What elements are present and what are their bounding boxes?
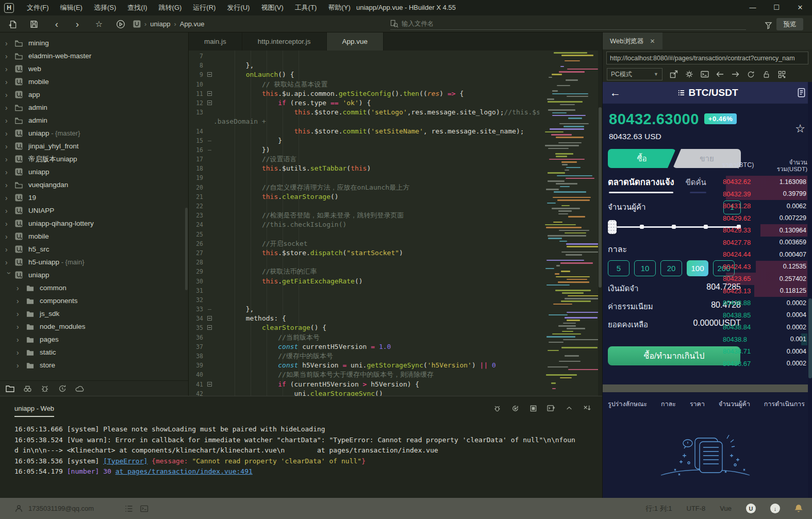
orderbook-row[interactable]: 80424.430.12535 — [722, 261, 807, 273]
tree-item[interactable]: ›uniapp - {master} — [0, 127, 185, 140]
collapse-panel-icon[interactable] — [565, 404, 574, 413]
uniapp-helper-icon[interactable]: U — [746, 504, 756, 513]
tree-item[interactable]: ›app — [0, 88, 185, 101]
menu-item[interactable]: 视图(V) — [255, 0, 289, 15]
file-type[interactable]: Vue — [720, 505, 732, 512]
close-tab-icon[interactable]: ✕ — [650, 38, 655, 45]
settings-gear-icon[interactable] — [685, 70, 693, 79]
market-order-tab[interactable]: ตลาดนัดกลางแจ้ง — [608, 175, 674, 193]
browser-back-icon[interactable] — [716, 70, 724, 79]
terminal-icon[interactable] — [140, 505, 148, 512]
fold-marker[interactable] — [205, 136, 213, 145]
debug-icon[interactable] — [492, 404, 502, 413]
close-button[interactable]: ✕ — [788, 0, 812, 15]
tree-item[interactable]: ›js_sdk — [0, 307, 185, 320]
fold-marker[interactable] — [205, 70, 213, 79]
browser-forward-icon[interactable] — [731, 70, 740, 79]
menu-item[interactable]: 编辑(E) — [55, 0, 88, 15]
url-input[interactable] — [606, 52, 808, 64]
orderbook-rows[interactable]: 80432.621.16309880432.390.3979980431.280… — [722, 176, 807, 370]
leverage-button[interactable]: 5 — [608, 260, 629, 276]
code-area[interactable]: 78 },9 onLaunch() {10 // 获取站点基本设置11 this… — [189, 52, 539, 396]
tree-item[interactable]: ›admin — [0, 114, 185, 127]
forward-icon[interactable]: › — [72, 19, 82, 29]
fold-marker[interactable] — [205, 89, 213, 98]
tree-item[interactable]: ›node_modules — [0, 320, 185, 333]
editor-tab[interactable]: App.vue — [327, 32, 384, 51]
sidebar-scrollbar[interactable] — [185, 208, 188, 290]
editor-tab[interactable]: main.js — [189, 32, 242, 51]
breadcrumb-project[interactable]: uniapp — [150, 20, 170, 28]
tree-item[interactable]: ›UNIAPP — [0, 204, 185, 217]
filter-icon[interactable] — [763, 20, 773, 30]
slider-stop[interactable] — [672, 225, 676, 229]
leverage-button[interactable]: 100 — [687, 260, 708, 276]
unlock-icon[interactable] — [762, 70, 771, 79]
buy-tab[interactable]: ซื้อ — [608, 149, 676, 168]
orderbook-row[interactable]: 80423.650.257402 — [722, 273, 807, 285]
chevron-right-icon[interactable]: › — [5, 155, 13, 163]
chevron-right-icon[interactable]: › — [5, 232, 13, 241]
preview-button[interactable]: 预览 — [776, 18, 803, 30]
fold-marker[interactable] — [205, 98, 213, 108]
leverage-button[interactable]: 10 — [634, 260, 656, 276]
tree-item[interactable]: ›jinpai_yhyl_front — [0, 140, 185, 153]
restart-icon[interactable] — [510, 404, 520, 413]
chevron-right-icon[interactable]: › — [5, 194, 13, 202]
account-email[interactable]: 1735031199@qq.com — [28, 505, 94, 512]
browser-tab[interactable]: Web浏览器 ✕ — [603, 32, 662, 49]
tree-item[interactable]: ›store — [0, 359, 185, 372]
horizontal-scrollbar[interactable] — [603, 384, 808, 392]
chevron-right-icon[interactable]: › — [5, 129, 13, 138]
search-view-icon[interactable] — [23, 384, 32, 393]
menu-item[interactable]: 文件(F) — [21, 0, 55, 15]
orders-doc-icon[interactable] — [797, 88, 806, 100]
menu-item[interactable]: 选择(S) — [88, 0, 122, 15]
editor-scrollbar[interactable] — [598, 51, 602, 396]
open-external-icon[interactable] — [669, 70, 678, 79]
outline-list-icon[interactable] — [125, 505, 133, 512]
favorite-star-icon[interactable]: ☆ — [795, 122, 805, 136]
chevron-right-icon[interactable]: › — [5, 220, 13, 228]
new-file-icon[interactable] — [7, 19, 18, 29]
chevron-right-icon[interactable]: › — [5, 245, 13, 254]
search-input[interactable] — [402, 20, 711, 27]
debug-view-icon[interactable] — [40, 384, 49, 393]
orderbook-row[interactable]: 80438.710.0004 — [722, 345, 807, 358]
slider-stop[interactable] — [704, 225, 708, 229]
fold-marker[interactable] — [205, 305, 213, 314]
run-icon[interactable] — [115, 19, 126, 29]
save-icon[interactable] — [29, 19, 39, 29]
tree-item[interactable]: ›uniapp — [0, 165, 185, 178]
chevron-down-icon[interactable]: › — [5, 272, 13, 279]
tree-item[interactable]: ›web — [0, 62, 185, 75]
chevron-right-icon[interactable]: › — [5, 142, 13, 150]
chevron-right-icon[interactable]: › — [5, 78, 13, 86]
fold-marker[interactable] — [205, 145, 213, 155]
menu-item[interactable]: 工具(T) — [289, 0, 323, 15]
webview-scrollbar[interactable] — [808, 82, 812, 498]
orderbook-row[interactable]: 80431.280.0062 — [722, 200, 807, 212]
console-tab[interactable]: uniapp - Web — [14, 405, 54, 417]
chevron-right-icon[interactable]: › — [5, 181, 13, 189]
buy-long-button[interactable]: ซื้อ/ทำมากเกินไป — [608, 346, 740, 365]
minimap[interactable] — [542, 52, 597, 392]
encoding[interactable]: UTF-8 — [687, 505, 706, 512]
chevron-right-icon[interactable]: › — [5, 168, 13, 176]
account-area[interactable]: 1735031199@qq.com — [14, 504, 94, 513]
tree-item[interactable]: ›pages — [0, 333, 185, 346]
tree-item[interactable]: ›common — [0, 281, 185, 294]
editor-tab[interactable]: http.interceptor.js — [242, 32, 327, 51]
tree-item[interactable]: ›static — [0, 346, 185, 359]
favorite-star-icon[interactable]: ☆ — [94, 19, 104, 29]
device-mode-select[interactable]: PC模式 ▼ — [607, 68, 662, 80]
chevron-right-icon[interactable]: › — [5, 104, 13, 112]
menu-item[interactable]: 帮助(Y) — [322, 0, 356, 15]
orderbook-row[interactable]: 80432.621.163098 — [722, 176, 807, 188]
tree-item[interactable]: ›admin — [0, 101, 185, 114]
tree-item[interactable]: ›uniapp — [0, 269, 185, 281]
orderbook-row[interactable]: 80429.330.130964 — [722, 224, 807, 237]
cloud-view-icon[interactable] — [75, 384, 85, 393]
menu-item[interactable]: 发行(U) — [221, 0, 255, 15]
scrollbar-thumb[interactable] — [599, 107, 602, 288]
